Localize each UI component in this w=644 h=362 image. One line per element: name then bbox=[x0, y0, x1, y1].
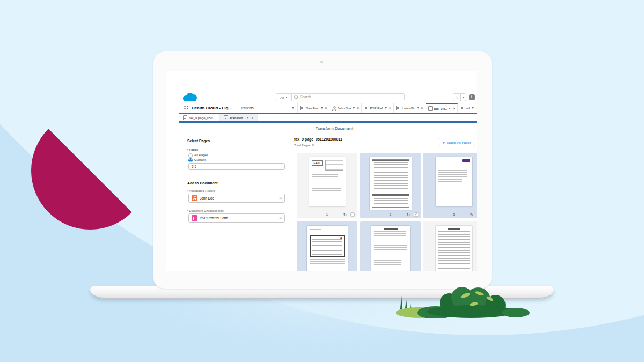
close-icon[interactable]: × bbox=[389, 106, 391, 110]
tab-label: San Fra... bbox=[306, 106, 319, 110]
all-pages-radio[interactable] bbox=[188, 153, 193, 158]
file-icon bbox=[428, 106, 433, 111]
letterhead-logo bbox=[462, 159, 470, 162]
subtab-label: Transfor... bbox=[230, 116, 246, 120]
page-title-bar: Transform Document bbox=[179, 123, 477, 134]
search-scope-value: All bbox=[280, 96, 284, 99]
close-icon[interactable]: × bbox=[453, 107, 455, 110]
page-thumbnail-grid: FAX 1 ↻ bbox=[297, 153, 477, 271]
rotate-page-icon[interactable]: ↻ bbox=[470, 213, 473, 217]
add-to-document-heading: Add to Document bbox=[187, 181, 218, 185]
tab-label: LatestW... bbox=[402, 106, 415, 110]
close-icon[interactable]: × bbox=[251, 116, 253, 120]
tab-john-doe[interactable]: John Doe × bbox=[330, 103, 362, 113]
chevron-down-icon bbox=[353, 107, 355, 109]
custom-range-value: 2-5 bbox=[192, 165, 196, 168]
file-icon bbox=[460, 106, 464, 110]
all-pages-label[interactable]: All Pages bbox=[194, 153, 208, 157]
page-thumbnail[interactable] bbox=[371, 226, 410, 271]
global-actions-button[interactable]: + bbox=[469, 94, 475, 100]
fax-badge: FAX bbox=[312, 160, 323, 166]
rotate-icon: ↻ bbox=[442, 141, 445, 144]
app-launcher-icon[interactable] bbox=[183, 106, 188, 110]
custom-radio[interactable] bbox=[188, 158, 193, 162]
tab-fax9-active[interactable]: fax_9 p... × bbox=[426, 103, 458, 113]
header-utility-icons: ☆ + ? bbox=[453, 93, 477, 101]
remove-record-icon[interactable]: × bbox=[279, 196, 282, 201]
bush-illustration bbox=[393, 282, 532, 318]
search-icon bbox=[294, 95, 298, 99]
tab-label: Patients bbox=[241, 106, 254, 110]
rotate-page-icon[interactable]: ↻ bbox=[343, 213, 347, 217]
tab-latest-w[interactable]: LatestW... × bbox=[394, 103, 426, 113]
page-checkbox[interactable] bbox=[350, 212, 355, 217]
page-tile-5[interactable]: 5 ↻ ✓ bbox=[360, 221, 421, 271]
close-icon[interactable]: × bbox=[421, 106, 423, 110]
subtab-transform-active[interactable]: Transfor... × bbox=[220, 114, 258, 121]
search-scope-select[interactable]: All bbox=[276, 93, 292, 101]
checklist-item-pill[interactable]: PSP Referral Form × bbox=[188, 213, 285, 223]
favorites-caret[interactable] bbox=[460, 94, 466, 101]
page-number: 2 bbox=[360, 213, 421, 216]
document-viewer-panel: fax_9 page_0511201200011 Total Pages: 8 … bbox=[290, 134, 477, 271]
tab-patients[interactable]: Patients bbox=[238, 103, 298, 113]
page-number: 3 bbox=[423, 213, 477, 216]
remove-checklist-icon[interactable]: × bbox=[279, 216, 282, 220]
patient-icon bbox=[332, 106, 336, 110]
chevron-down-icon bbox=[472, 107, 474, 109]
laptop-screen: All Search... ☆ + ? bbox=[153, 51, 492, 289]
select-pages-heading: Select Pages bbox=[187, 139, 210, 143]
tab-w2[interactable]: w2 × bbox=[458, 103, 477, 113]
tab-san-francisco[interactable]: San Fra... × bbox=[298, 103, 330, 113]
subtab-fax9-page[interactable]: fax_9 page_051... bbox=[179, 114, 220, 121]
file-icon bbox=[224, 115, 228, 120]
page-tile-4[interactable]: 4 ↻ ✓ bbox=[297, 221, 357, 271]
page-title: Transform Document bbox=[316, 126, 353, 131]
rotate-page-icon[interactable]: ↻ bbox=[407, 213, 410, 217]
tab-label: John Doe bbox=[338, 106, 352, 110]
page-tile-1[interactable]: FAX 1 ↻ bbox=[297, 153, 357, 218]
page-thumbnail[interactable] bbox=[436, 226, 472, 271]
subtab-bar: fax_9 page_051... Transfor... × bbox=[179, 114, 477, 121]
salesforce-logo-icon bbox=[183, 93, 197, 101]
fax-header-table bbox=[325, 160, 343, 171]
custom-label[interactable]: Custom bbox=[194, 158, 206, 161]
illustration-stage: All Search... ☆ + ? bbox=[0, 0, 644, 362]
favorites-button[interactable]: ☆ bbox=[453, 93, 466, 101]
page-checkbox[interactable]: ✓ bbox=[414, 212, 418, 217]
close-icon[interactable]: × bbox=[325, 106, 327, 110]
page-thumbnail[interactable]: FAX bbox=[309, 157, 346, 206]
page-thumbnail[interactable] bbox=[436, 157, 472, 206]
decorative-semicircle bbox=[31, 112, 149, 230]
page-tile-2[interactable]: 2 ↻ ✓ bbox=[360, 153, 421, 218]
associated-record-label: Associated Record bbox=[187, 189, 215, 193]
select-pages-panel: Select Pages Pages All Pages Custom 2-5 … bbox=[179, 134, 289, 271]
laptop-display: All Search... ☆ + ? bbox=[166, 71, 477, 271]
rotate-all-pages-button[interactable]: ↻ Rotate All Pages bbox=[438, 138, 475, 146]
rotate-all-label: Rotate All Pages bbox=[447, 141, 471, 144]
file-icon bbox=[183, 115, 187, 120]
page-number: 1 bbox=[297, 213, 357, 216]
chevron-down-icon bbox=[292, 107, 294, 109]
total-pages-text: Total Pages: 8 bbox=[294, 144, 314, 147]
tab-psp-referral[interactable]: PSP Ref... × bbox=[362, 103, 394, 113]
checklist-item-label: Document Checklist Item bbox=[187, 209, 224, 212]
page-tile-6[interactable]: 6 ↻ bbox=[423, 221, 477, 271]
page-thumbnail[interactable] bbox=[370, 157, 412, 210]
file-icon bbox=[396, 106, 400, 110]
custom-range-input[interactable]: 2-5 bbox=[188, 163, 285, 170]
document-icon bbox=[364, 106, 368, 110]
page-tile-3[interactable]: 3 ↻ ✓ bbox=[423, 153, 477, 218]
chevron-down-icon bbox=[385, 107, 387, 109]
close-icon[interactable]: × bbox=[357, 106, 359, 110]
console-tab-bar: Health Cloud - Lig... Patients San Fra..… bbox=[179, 103, 477, 113]
associated-record-pill[interactable]: John Doe × bbox=[188, 194, 285, 203]
chevron-down-icon bbox=[286, 97, 288, 98]
close-icon[interactable]: × bbox=[476, 106, 477, 110]
tab-label: w2 bbox=[466, 106, 470, 110]
account-icon bbox=[300, 106, 304, 110]
page-thumbnail[interactable] bbox=[307, 226, 348, 271]
checklist-item-icon bbox=[192, 215, 197, 221]
global-search-input[interactable]: Search... bbox=[291, 93, 405, 100]
checklist-item-value: PSP Referral Form bbox=[200, 216, 228, 220]
